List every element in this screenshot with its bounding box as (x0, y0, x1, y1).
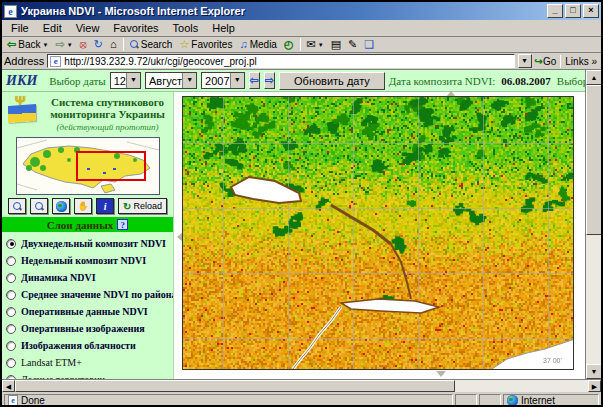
document-icon: e (8, 395, 18, 407)
home-icon: ⌂ (110, 39, 117, 50)
discuss-button[interactable]: ❑ (361, 37, 377, 52)
ndvi-map[interactable] (182, 96, 574, 370)
stop-button[interactable]: ⦻ (77, 37, 90, 52)
horizontal-scrollbar[interactable]: ◀ ▶ (2, 379, 601, 392)
layer-option[interactable]: Двухнедельный композит NDVI (6, 235, 173, 252)
links-menu[interactable]: Links » (565, 56, 597, 67)
layer-option[interactable]: Лесные территории (6, 371, 173, 379)
home-button[interactable]: ⌂ (107, 37, 120, 52)
year-select[interactable]: 2007▼ (201, 72, 244, 89)
radio-icon[interactable] (6, 307, 16, 317)
status-text: Done (21, 395, 45, 406)
address-dropdown-button[interactable]: ▼ (518, 54, 532, 68)
month-select[interactable]: Август▼ (145, 72, 197, 89)
reload-button[interactable]: ↻ Reload (118, 198, 167, 214)
history-button[interactable]: ◴ (281, 37, 297, 52)
menu-item[interactable]: Favorites (106, 21, 165, 35)
menu-item[interactable]: Help (205, 21, 242, 35)
window-title: Украина NDVI - Microsoft Internet Explor… (21, 5, 545, 17)
radio-icon[interactable] (6, 358, 16, 368)
full-extent-button[interactable] (52, 198, 70, 214)
overview-map[interactable] (16, 137, 160, 195)
layer-option[interactable]: Оперативные изображения (6, 320, 173, 337)
radio-icon[interactable] (6, 256, 16, 266)
favorites-icon: ☆ (179, 39, 189, 50)
pan-button[interactable]: ✋ (74, 198, 92, 214)
minimize-button[interactable]: _ (547, 4, 563, 18)
radio-icon[interactable] (6, 341, 16, 351)
date-select-label: Выбор даты (49, 75, 105, 87)
layer-list: Двухнедельный композит NDVI Недельный ко… (2, 232, 173, 379)
zoom-out-button[interactable] (30, 198, 48, 214)
back-button[interactable]: ⇦Back▼ (4, 37, 51, 52)
favorites-button[interactable]: ☆Favorites (176, 37, 235, 52)
layer-option[interactable]: Оперативные данные NDVI (6, 303, 173, 320)
edit-button[interactable]: ✎ (345, 37, 360, 52)
menu-item[interactable]: Tools (166, 21, 206, 35)
vertical-scrollbar[interactable]: ▲ ▼ (585, 70, 601, 379)
zoom-out-icon (35, 202, 44, 211)
title-bar: e Украина NDVI - Microsoft Internet Expl… (2, 2, 601, 20)
layer-option[interactable]: Изображения облачности (6, 337, 173, 354)
menu-item[interactable]: View (69, 21, 107, 35)
refresh-icon: ↻ (94, 39, 103, 50)
mail-button[interactable]: ✉▼ (304, 37, 327, 52)
media-button[interactable]: ♫Media (236, 37, 280, 52)
previous-date-button[interactable]: ⇦ (249, 72, 260, 89)
layer-option[interactable]: Динамика NDVI (6, 269, 173, 286)
menu-item[interactable]: Edit (36, 21, 69, 35)
back-icon: ⇦ (7, 39, 16, 50)
update-date-button[interactable]: Обновить дату (279, 72, 385, 90)
print-button[interactable]: ▤ (328, 37, 344, 52)
ndvi-map-canvas[interactable] (183, 97, 573, 369)
scroll-right-arrow[interactable]: ▶ (588, 380, 601, 392)
vertical-scroll-thumb[interactable] (586, 85, 602, 235)
ukraine-flag-icon: Ψ (6, 96, 40, 126)
stop-icon: ⦻ (80, 39, 87, 50)
status-panel (455, 394, 477, 407)
status-bar: e Done Internet (2, 392, 601, 407)
radio-icon[interactable] (6, 239, 16, 249)
layer-option[interactable]: Landsat ETM+ (6, 354, 173, 371)
overview-map-canvas[interactable] (17, 138, 159, 194)
pan-south-arrow[interactable] (436, 371, 446, 377)
menu-item[interactable]: File (4, 21, 36, 35)
scroll-down-arrow[interactable]: ▼ (586, 364, 602, 379)
search-icon (130, 40, 139, 49)
discuss-icon: ❑ (364, 39, 374, 50)
scroll-left-arrow[interactable]: ◀ (2, 380, 15, 392)
forward-button[interactable]: ⇨▼ (52, 37, 75, 52)
scroll-up-arrow[interactable]: ▲ (586, 70, 602, 85)
radio-icon[interactable] (6, 273, 16, 283)
horizontal-scroll-thumb[interactable] (15, 380, 455, 392)
page-area: ИКИ Выбор даты 12▼ Август▼ 2007▼ ⇦ ⇨ Обн… (2, 70, 601, 379)
info-button[interactable]: i (96, 198, 114, 214)
address-input[interactable]: e http://193.232.9.72/ukr/cgi/geocover_p… (47, 54, 514, 68)
layer-option[interactable]: Недельный композит NDVI (6, 252, 173, 269)
print-icon: ▤ (331, 39, 341, 50)
maximize-button[interactable]: □ (565, 4, 581, 18)
day-select[interactable]: 12▼ (110, 72, 141, 89)
search-button[interactable]: Search (127, 37, 176, 52)
toolbar-separator (300, 38, 301, 51)
layer-option[interactable]: Среднее значение NDVI по районам (6, 286, 173, 303)
radio-icon[interactable] (6, 290, 16, 300)
globe-icon (56, 201, 67, 212)
radio-icon[interactable] (6, 324, 16, 334)
browser-window: e Украина NDVI - Microsoft Internet Expl… (0, 0, 603, 407)
go-button[interactable]: ↪Go (535, 56, 557, 67)
ie-app-icon: e (4, 5, 17, 18)
zoom-in-button[interactable] (8, 198, 26, 214)
menu-bar: FileEditViewFavoritesToolsHelp (2, 20, 601, 37)
zoom-in-icon (13, 202, 22, 211)
iki-logo[interactable]: ИКИ (6, 73, 37, 89)
page-icon: e (50, 56, 61, 67)
system-subtitle: (действующий прототип) (44, 121, 171, 133)
help-icon[interactable]: ? (117, 219, 128, 230)
forward-icon: ⇨ (55, 39, 64, 50)
refresh-button[interactable]: ↻ (91, 37, 106, 52)
chevron-down-icon: ▼ (230, 73, 244, 88)
close-button[interactable]: × (583, 4, 599, 18)
next-date-button[interactable]: ⇨ (264, 72, 275, 89)
map-region (174, 92, 601, 379)
